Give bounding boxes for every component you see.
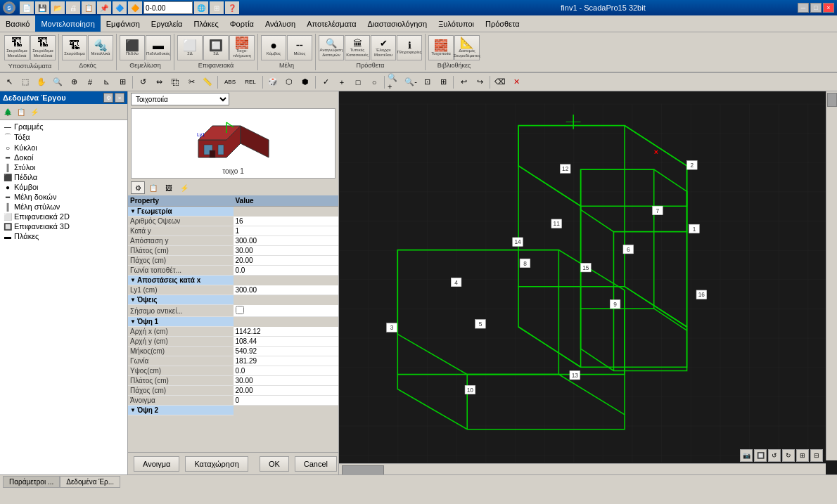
3d-btn[interactable]: 🔲 3Δ: [203, 35, 229, 60]
checkmark-btn[interactable]: ✓: [318, 75, 333, 90]
grid-btn[interactable]: #: [82, 75, 98, 90]
typical-structures-btn[interactable]: 🏛 Τυπικές Κατασκευές: [345, 35, 370, 60]
tree-item-komboi[interactable]: ● Κόμβοι: [1, 182, 126, 192]
recognize-sections-btn[interactable]: 🔍 Αναγνώριση Διατομών: [319, 35, 344, 60]
concrete-metal-btn1[interactable]: 🏗 Σκυρόδεμα Μεταλλικά: [4, 35, 30, 60]
type-combo[interactable]: Τοιχοποιία: [131, 93, 229, 105]
measure-btn[interactable]: 📏: [200, 75, 215, 90]
select2-btn[interactable]: ⬚: [18, 75, 33, 90]
open-btn[interactable]: Ανοιγμα: [134, 456, 179, 472]
prop-val-arxi-y[interactable]: 108.44: [234, 337, 339, 347]
undo-btn[interactable]: ↩: [456, 75, 471, 90]
select-btn[interactable]: ↖: [1, 75, 17, 90]
canvas-icon6[interactable]: ⊟: [810, 449, 823, 462]
member-btn[interactable]: ╌ Μέλος: [287, 35, 312, 60]
save-btn[interactable]: Καταχώρηση: [185, 456, 248, 472]
tree-item-dokoi[interactable]: ━ Δοκοί: [1, 153, 126, 162]
prop-tab1[interactable]: ⚙: [131, 181, 145, 194]
delete-btn[interactable]: ✂: [184, 75, 199, 90]
menu-results[interactable]: Αποτελέσματα: [301, 15, 362, 32]
zoom-btn[interactable]: 🔍: [50, 75, 65, 90]
tree-item-toxa[interactable]: ⌒ Τόξα: [1, 131, 126, 143]
panel-close-btn[interactable]: ×: [115, 93, 124, 103]
tree-icon3[interactable]: ⚡: [28, 105, 41, 118]
solid-btn[interactable]: ⬢: [298, 75, 313, 90]
beam-btn2[interactable]: 🔩 Μεταλλικά: [88, 35, 113, 60]
prop-val-platos[interactable]: 30.00: [234, 246, 339, 256]
canvas-icon2[interactable]: 🔲: [754, 449, 767, 462]
prop-val-mikos[interactable]: 540.92: [234, 347, 339, 356]
maximize-btn[interactable]: □: [810, 3, 822, 13]
help-icon[interactable]: ❓: [225, 1, 239, 14]
tree-item-epif2d[interactable]: ⬜ Επιφανειακά 2D: [1, 212, 126, 221]
abs-btn[interactable]: ABS: [220, 75, 240, 90]
opseis-group-row[interactable]: ▼ Όψεις: [128, 295, 338, 306]
rotate-btn[interactable]: ↺: [135, 75, 151, 90]
prop-val-apostasi-y[interactable]: 300.00: [234, 236, 339, 246]
tree-icon2[interactable]: 📋: [15, 105, 27, 118]
distances-group-row[interactable]: ▼ Αποστάσεις κατά x: [128, 276, 338, 286]
menu-slabs[interactable]: Πλάκες: [188, 15, 224, 32]
icon2[interactable]: 🔶: [128, 1, 142, 14]
eraser-btn[interactable]: ⌫: [492, 75, 508, 90]
coord-input[interactable]: [143, 1, 193, 14]
menu-loads[interactable]: Φορτία: [224, 15, 260, 32]
opseis-group-header[interactable]: ▼ Όψεις: [128, 295, 234, 305]
opsi2-group-row[interactable]: ▼ Όψη 2: [128, 406, 338, 416]
prop-val-ly1[interactable]: 300.00: [234, 285, 339, 295]
view3d-btn[interactable]: 🎲: [265, 75, 281, 90]
tree-item-pedila[interactable]: ⬛ Πέδιλα: [1, 172, 126, 182]
prop-val-kata-y[interactable]: 1: [234, 226, 339, 236]
checks-btn[interactable]: ✔ Έλεγχοι Μοντέλου: [371, 35, 396, 60]
tree-item-styloi[interactable]: ║ Στύλοι: [1, 162, 126, 172]
canvas-icon1[interactable]: 📷: [740, 449, 753, 462]
prop-tab4[interactable]: ⚡: [177, 181, 191, 194]
pediladokos-btn[interactable]: ▬ Πεδιλοδοκός: [146, 35, 171, 60]
panel-settings-btn[interactable]: ⚙: [103, 93, 113, 103]
canvas-icon5[interactable]: ⊞: [796, 449, 809, 462]
menu-modeling[interactable]: Μοντελοποίηση: [35, 15, 100, 32]
prop-val-sisamo[interactable]: [234, 305, 339, 317]
tree-item-plakes[interactable]: ▬ Πλάκες: [1, 231, 126, 241]
pan-btn[interactable]: ✋: [34, 75, 49, 90]
globe-icon[interactable]: 🌐: [194, 1, 208, 14]
tree-item-meli-dokon[interactable]: ━ Μέλη δοκών: [1, 192, 126, 202]
icon1[interactable]: 🔷: [113, 1, 127, 14]
tree-icon1[interactable]: 🌲: [1, 105, 14, 118]
prop-val-pachos[interactable]: 20.00: [234, 256, 339, 266]
vertical-scrollbar[interactable]: [826, 91, 837, 460]
sections-lib-btn[interactable]: 📐 Διατομές Σκυροδέματος: [454, 35, 480, 60]
x-btn[interactable]: ✕: [509, 75, 524, 90]
2d-btn[interactable]: ⬜ 2Δ: [177, 35, 203, 60]
wall-fill-btn[interactable]: 🧱 Τοιχο-πλήρωση: [229, 35, 255, 60]
status-tab-params[interactable]: Παράμετροι ...: [3, 476, 60, 488]
beam-btn1[interactable]: 🏗 Σκυρόδεμα: [62, 35, 87, 60]
save-quick-btn[interactable]: 💾: [35, 1, 49, 14]
geometry-group-row[interactable]: ▼ Γεωμετρία: [128, 207, 338, 217]
prop-val-platos2[interactable]: 30.00: [234, 376, 339, 386]
copy-btn[interactable]: 📋: [82, 1, 96, 14]
snap-btn[interactable]: ⊕: [66, 75, 82, 90]
prop-tab2[interactable]: 📋: [146, 181, 160, 194]
menu-extra[interactable]: Πρόσθετα: [480, 15, 525, 32]
paste-btn[interactable]: 📌: [97, 1, 111, 14]
expand-icon[interactable]: ⊞: [210, 1, 224, 14]
ortho-btn[interactable]: ⊾: [98, 75, 114, 90]
prop-val-ypsos[interactable]: 0.0: [234, 366, 339, 376]
masonry-lib-btn[interactable]: 🧱 Τοιχοποιία: [428, 35, 454, 60]
canvas-icon3[interactable]: ↺: [768, 449, 781, 462]
pedilo-btn[interactable]: ⬛ Πέδιλο: [120, 35, 145, 60]
concrete-metal-btn2[interactable]: 🏗 Σκυρόδεμα Μεταλλικά: [30, 35, 56, 60]
minimize-btn[interactable]: ─: [798, 3, 809, 13]
prop-val-gonia2[interactable]: 181.29: [234, 356, 339, 366]
canvas-icon4[interactable]: ↻: [782, 449, 795, 462]
distances-group-header[interactable]: ▼ Αποστάσεις κατά x: [128, 276, 234, 285]
menu-layout[interactable]: Ξυλότυποι: [433, 15, 480, 32]
zoom-out-btn[interactable]: 🔍-: [403, 75, 419, 90]
print-btn[interactable]: 🖨: [66, 1, 80, 14]
sisamo-checkbox[interactable]: [236, 306, 244, 314]
opsi2-group-header[interactable]: ▼ Όψη 2: [128, 406, 234, 415]
geometry-group-header[interactable]: ▼ Γεωμετρία: [128, 207, 234, 217]
plus-btn[interactable]: +: [334, 75, 350, 90]
square-btn[interactable]: □: [350, 75, 366, 90]
